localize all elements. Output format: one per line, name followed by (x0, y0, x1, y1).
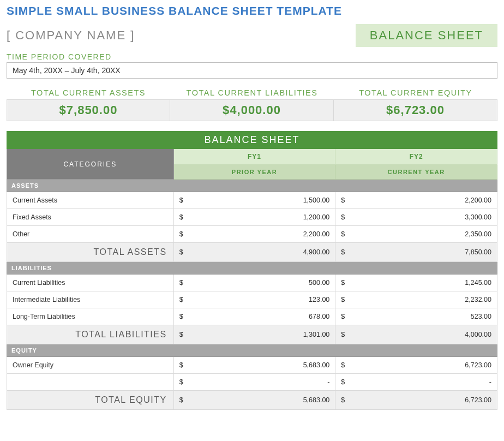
amount: - (179, 378, 330, 386)
total-assets-col: TOTAL CURRENT ASSETS $7,850.00 (7, 88, 170, 121)
table-row: Current Liabilities $500.00 $1,245.00 (7, 275, 497, 291)
row-fy2[interactable]: $2,350.00 (335, 226, 497, 243)
row-label: Other (7, 226, 174, 243)
total-assets-label: TOTAL CURRENT ASSETS (7, 88, 170, 97)
row-fy1[interactable]: $678.00 (173, 308, 335, 325)
fy1-header: FY1 (173, 149, 335, 165)
table-row: Long-Term Liabilities $678.00 $523.00 (7, 308, 497, 325)
total-equity-fy1: $5,683.00 (173, 391, 335, 410)
prior-year-header: PRIOR YEAR (173, 165, 335, 180)
amount: 5,683.00 (179, 361, 330, 369)
amount: 5,683.00 (179, 396, 330, 404)
amount: 4,900.00 (179, 248, 330, 256)
amount: 7,850.00 (341, 248, 491, 256)
row-fy1[interactable]: $500.00 (173, 275, 335, 291)
total-liabilities-fy1: $1,301.00 (173, 325, 335, 344)
time-period-value[interactable]: May 4th, 20XX – July 4th, 20XX (7, 62, 497, 79)
currency-symbol: $ (341, 248, 345, 256)
amount: 2,232.00 (341, 296, 491, 303)
page-title: SIMPLE SMALL BUSINESS BALANCE SHEET TEMP… (7, 4, 375, 17)
row-label: Current Assets (7, 192, 174, 209)
amount: 2,200.00 (341, 196, 491, 204)
amount: 678.00 (179, 313, 330, 320)
categories-header: CATEGORIES (7, 149, 174, 180)
amount: 6,723.00 (341, 396, 491, 404)
row-fy2[interactable]: $3,300.00 (335, 209, 497, 226)
row-fy2[interactable]: $2,200.00 (335, 192, 497, 209)
total-liabilities-row: TOTAL LIABILITIES $1,301.00 $4,000.00 (7, 325, 497, 344)
assets-section-row: ASSETS (7, 180, 497, 192)
summary-totals: TOTAL CURRENT ASSETS $7,850.00 TOTAL CUR… (7, 88, 497, 121)
row-fy2[interactable]: $- (335, 374, 497, 391)
total-liabilities-fy2: $4,000.00 (335, 325, 497, 344)
row-fy2[interactable]: $523.00 (335, 308, 497, 325)
equity-section-row: EQUITY (7, 344, 497, 357)
balance-sheet-badge: BALANCE SHEET (356, 24, 497, 47)
currency-symbol: $ (179, 196, 183, 204)
currency-symbol: $ (179, 279, 183, 287)
amount: 500.00 (179, 279, 330, 287)
currency-symbol: $ (179, 378, 183, 386)
total-equity-row: TOTAL EQUITY $5,683.00 $6,723.00 (7, 391, 497, 410)
time-period-label: TIME PERIOD COVERED (7, 52, 497, 61)
total-assets-label: TOTAL ASSETS (7, 243, 174, 262)
currency-symbol: $ (341, 378, 345, 386)
currency-symbol: $ (179, 296, 183, 303)
table-row: Current Assets $1,500.00 $2,200.00 (7, 192, 497, 209)
currency-symbol: $ (341, 296, 345, 303)
row-fy1[interactable]: $- (173, 374, 335, 391)
table-row: Intermediate Liabilities $123.00 $2,232.… (7, 291, 497, 308)
currency-symbol: $ (341, 279, 345, 287)
currency-symbol: $ (179, 331, 183, 338)
amount: 1,245.00 (341, 279, 491, 287)
table-title: BALANCE SHEET (7, 132, 497, 149)
total-assets-row: TOTAL ASSETS $4,900.00 $7,850.00 (7, 243, 497, 262)
row-fy2[interactable]: $6,723.00 (335, 357, 497, 374)
amount: 123.00 (179, 296, 330, 303)
currency-symbol: $ (341, 361, 345, 369)
row-fy2[interactable]: $1,245.00 (335, 275, 497, 291)
row-fy2[interactable]: $2,232.00 (335, 291, 497, 308)
header-row: [ COMPANY NAME ] BALANCE SHEET (7, 24, 497, 47)
currency-symbol: $ (341, 331, 345, 338)
row-label: Current Liabilities (7, 275, 174, 291)
total-assets-fy1: $4,900.00 (173, 243, 335, 262)
row-fy1[interactable]: $1,200.00 (173, 209, 335, 226)
currency-symbol: $ (179, 396, 183, 404)
table-row: $- $- (7, 374, 497, 391)
total-equity-col: TOTAL CURRENT EQUITY $6,723.00 (334, 88, 497, 121)
currency-symbol: $ (341, 396, 345, 404)
row-fy1[interactable]: $1,500.00 (173, 192, 335, 209)
table-row: Owner Equity $5,683.00 $6,723.00 (7, 357, 497, 374)
total-equity-label: TOTAL EQUITY (7, 391, 174, 410)
total-assets-fy2: $7,850.00 (335, 243, 497, 262)
row-label: Owner Equity (7, 357, 174, 374)
row-label: Fixed Assets (7, 209, 174, 226)
amount: 3,300.00 (341, 213, 491, 221)
amount: 1,500.00 (179, 196, 330, 204)
currency-symbol: $ (179, 213, 183, 221)
table-row: Other $2,200.00 $2,350.00 (7, 226, 497, 243)
amount: 1,200.00 (179, 213, 330, 221)
liabilities-section-row: LIABILITIES (7, 262, 497, 275)
table-row: Fixed Assets $1,200.00 $3,300.00 (7, 209, 497, 226)
currency-symbol: $ (341, 196, 345, 204)
company-name: [ COMPANY NAME ] (7, 28, 135, 43)
amount: 1,301.00 (179, 331, 330, 338)
liabilities-section-label: LIABILITIES (7, 262, 497, 275)
currency-symbol: $ (179, 230, 183, 238)
row-fy1[interactable]: $2,200.00 (173, 226, 335, 243)
amount: 2,200.00 (179, 230, 330, 238)
currency-symbol: $ (341, 213, 345, 221)
row-fy1[interactable]: $5,683.00 (173, 357, 335, 374)
currency-symbol: $ (341, 230, 345, 238)
amount: 2,350.00 (341, 230, 491, 238)
row-fy1[interactable]: $123.00 (173, 291, 335, 308)
amount: - (341, 378, 491, 386)
amount: 4,000.00 (341, 331, 491, 338)
currency-symbol: $ (179, 313, 183, 320)
total-equity-fy2: $6,723.00 (335, 391, 497, 410)
currency-symbol: $ (179, 361, 183, 369)
total-liabilities-label: TOTAL CURRENT LIABILITIES (170, 88, 334, 97)
balance-sheet-table: BALANCE SHEET CATEGORIES FY1 FY2 PRIOR Y… (7, 131, 497, 410)
